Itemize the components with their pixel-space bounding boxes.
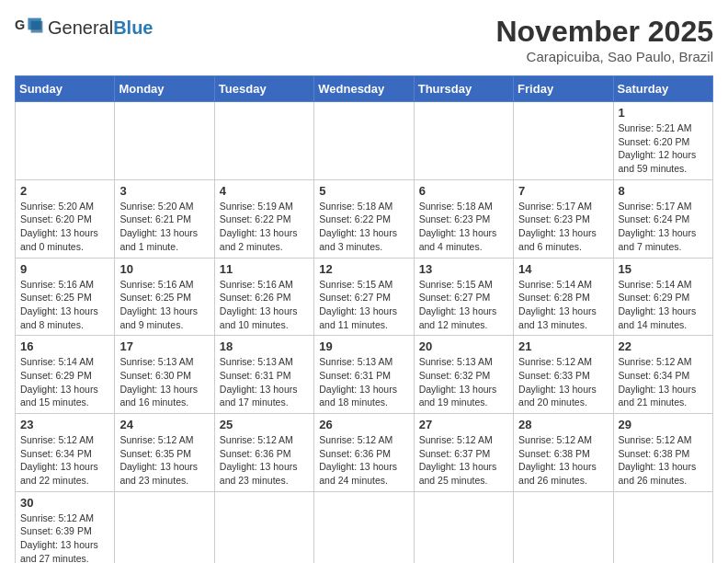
calendar-cell: 4Sunrise: 5:19 AM Sunset: 6:22 PM Daylig…	[214, 179, 313, 258]
day-info: Sunrise: 5:15 AM Sunset: 6:27 PM Dayligh…	[319, 278, 408, 332]
calendar-cell: 23Sunrise: 5:12 AM Sunset: 6:34 PM Dayli…	[16, 414, 115, 492]
calendar-cell: 11Sunrise: 5:16 AM Sunset: 6:26 PM Dayli…	[214, 258, 313, 336]
logo-text: GeneralBlue	[48, 17, 154, 39]
calendar-cell	[514, 102, 613, 180]
calendar-cell: 6Sunrise: 5:18 AM Sunset: 6:23 PM Daylig…	[414, 179, 513, 258]
calendar-cell: 16Sunrise: 5:14 AM Sunset: 6:29 PM Dayli…	[16, 336, 115, 414]
day-number: 19	[319, 339, 408, 353]
weekday-header-tuesday: Tuesday	[214, 76, 313, 102]
calendar-cell: 8Sunrise: 5:17 AM Sunset: 6:24 PM Daylig…	[613, 179, 712, 258]
day-number: 17	[119, 339, 209, 353]
calendar-cell	[414, 102, 513, 180]
day-number: 25	[220, 418, 309, 431]
day-info: Sunrise: 5:12 AM Sunset: 6:36 PM Dayligh…	[319, 433, 408, 488]
title-block: November 2025 Carapicuiba, Sao Paulo, Br…	[495, 15, 713, 64]
week-row-2: 9Sunrise: 5:16 AM Sunset: 6:25 PM Daylig…	[16, 258, 713, 336]
day-info: Sunrise: 5:12 AM Sunset: 6:34 PM Dayligh…	[619, 355, 708, 409]
calendar-cell	[514, 491, 613, 563]
weekday-header-friday: Friday	[514, 76, 613, 102]
page-header: G GeneralBlue November 2025 Carapicuiba,…	[15, 15, 713, 64]
day-number: 13	[419, 262, 508, 276]
calendar-cell: 20Sunrise: 5:13 AM Sunset: 6:32 PM Dayli…	[414, 336, 513, 414]
calendar-cell: 13Sunrise: 5:15 AM Sunset: 6:27 PM Dayli…	[414, 258, 513, 336]
day-info: Sunrise: 5:20 AM Sunset: 6:21 PM Dayligh…	[119, 200, 209, 254]
day-info: Sunrise: 5:18 AM Sunset: 6:23 PM Dayligh…	[419, 200, 508, 254]
day-number: 9	[20, 262, 109, 276]
day-info: Sunrise: 5:12 AM Sunset: 6:33 PM Dayligh…	[518, 355, 608, 409]
calendar-cell: 24Sunrise: 5:12 AM Sunset: 6:35 PM Dayli…	[115, 414, 214, 492]
day-info: Sunrise: 5:21 AM Sunset: 6:20 PM Dayligh…	[619, 121, 708, 176]
calendar-cell: 15Sunrise: 5:14 AM Sunset: 6:29 PM Dayli…	[613, 258, 712, 336]
day-number: 28	[518, 418, 608, 431]
week-row-0: 1Sunrise: 5:21 AM Sunset: 6:20 PM Daylig…	[16, 102, 713, 180]
calendar-cell: 14Sunrise: 5:14 AM Sunset: 6:28 PM Dayli…	[514, 258, 613, 336]
calendar-cell: 30Sunrise: 5:12 AM Sunset: 6:39 PM Dayli…	[16, 491, 115, 563]
calendar-cell: 18Sunrise: 5:13 AM Sunset: 6:31 PM Dayli…	[214, 336, 313, 414]
day-info: Sunrise: 5:14 AM Sunset: 6:29 PM Dayligh…	[619, 278, 708, 332]
day-info: Sunrise: 5:13 AM Sunset: 6:31 PM Dayligh…	[220, 355, 309, 409]
calendar-cell	[314, 102, 414, 180]
calendar-cell: 29Sunrise: 5:12 AM Sunset: 6:38 PM Dayli…	[613, 414, 712, 492]
calendar-table: SundayMondayTuesdayWednesdayThursdayFrid…	[15, 75, 713, 563]
day-number: 20	[419, 339, 508, 353]
day-info: Sunrise: 5:12 AM Sunset: 6:36 PM Dayligh…	[220, 433, 309, 488]
day-number: 24	[119, 418, 209, 431]
day-number: 3	[119, 184, 209, 198]
day-info: Sunrise: 5:12 AM Sunset: 6:38 PM Dayligh…	[518, 433, 608, 488]
day-info: Sunrise: 5:12 AM Sunset: 6:34 PM Dayligh…	[20, 433, 109, 488]
calendar-cell	[115, 491, 214, 563]
day-info: Sunrise: 5:12 AM Sunset: 6:38 PM Dayligh…	[619, 433, 708, 488]
calendar-cell	[115, 102, 214, 180]
day-info: Sunrise: 5:12 AM Sunset: 6:35 PM Dayligh…	[119, 433, 209, 488]
day-number: 21	[518, 339, 608, 353]
day-info: Sunrise: 5:16 AM Sunset: 6:26 PM Dayligh…	[220, 278, 309, 332]
day-info: Sunrise: 5:18 AM Sunset: 6:22 PM Dayligh…	[319, 200, 408, 254]
day-number: 8	[619, 184, 708, 198]
svg-text:G: G	[15, 17, 25, 32]
calendar-cell: 3Sunrise: 5:20 AM Sunset: 6:21 PM Daylig…	[115, 179, 214, 258]
day-number: 14	[518, 262, 608, 276]
day-number: 7	[518, 184, 608, 198]
weekday-header-wednesday: Wednesday	[314, 76, 414, 102]
day-info: Sunrise: 5:17 AM Sunset: 6:24 PM Dayligh…	[619, 200, 708, 254]
calendar-cell	[16, 102, 115, 180]
day-number: 22	[619, 339, 708, 353]
day-info: Sunrise: 5:19 AM Sunset: 6:22 PM Dayligh…	[220, 200, 309, 254]
week-row-1: 2Sunrise: 5:20 AM Sunset: 6:20 PM Daylig…	[16, 179, 713, 258]
day-number: 4	[220, 184, 309, 198]
day-info: Sunrise: 5:15 AM Sunset: 6:27 PM Dayligh…	[419, 278, 508, 332]
month-title: November 2025	[495, 15, 713, 49]
day-info: Sunrise: 5:13 AM Sunset: 6:31 PM Dayligh…	[319, 355, 408, 409]
day-number: 10	[119, 262, 209, 276]
day-number: 26	[319, 418, 408, 431]
day-number: 15	[619, 262, 708, 276]
week-row-5: 30Sunrise: 5:12 AM Sunset: 6:39 PM Dayli…	[16, 491, 713, 563]
day-number: 2	[20, 184, 109, 198]
calendar-cell: 26Sunrise: 5:12 AM Sunset: 6:36 PM Dayli…	[314, 414, 414, 492]
weekday-header-sunday: Sunday	[16, 76, 115, 102]
logo: G GeneralBlue	[15, 15, 154, 40]
calendar-cell: 17Sunrise: 5:13 AM Sunset: 6:30 PM Dayli…	[115, 336, 214, 414]
day-info: Sunrise: 5:17 AM Sunset: 6:23 PM Dayligh…	[518, 200, 608, 254]
day-number: 11	[220, 262, 309, 276]
day-number: 12	[319, 262, 408, 276]
weekday-header-saturday: Saturday	[613, 76, 712, 102]
day-info: Sunrise: 5:12 AM Sunset: 6:37 PM Dayligh…	[419, 433, 508, 488]
calendar-cell	[613, 491, 712, 563]
calendar-cell: 21Sunrise: 5:12 AM Sunset: 6:33 PM Dayli…	[514, 336, 613, 414]
day-number: 1	[619, 106, 708, 120]
calendar-cell: 12Sunrise: 5:15 AM Sunset: 6:27 PM Dayli…	[314, 258, 414, 336]
calendar-cell	[414, 491, 513, 563]
day-info: Sunrise: 5:16 AM Sunset: 6:25 PM Dayligh…	[119, 278, 209, 332]
day-number: 5	[319, 184, 408, 198]
day-info: Sunrise: 5:14 AM Sunset: 6:29 PM Dayligh…	[20, 355, 109, 409]
day-info: Sunrise: 5:13 AM Sunset: 6:32 PM Dayligh…	[419, 355, 508, 409]
day-info: Sunrise: 5:16 AM Sunset: 6:25 PM Dayligh…	[20, 278, 109, 332]
day-number: 27	[419, 418, 508, 431]
day-info: Sunrise: 5:20 AM Sunset: 6:20 PM Dayligh…	[20, 200, 109, 254]
day-number: 29	[619, 418, 708, 431]
calendar-cell: 22Sunrise: 5:12 AM Sunset: 6:34 PM Dayli…	[613, 336, 712, 414]
day-number: 23	[20, 418, 109, 431]
calendar-cell: 2Sunrise: 5:20 AM Sunset: 6:20 PM Daylig…	[16, 179, 115, 258]
calendar-cell: 25Sunrise: 5:12 AM Sunset: 6:36 PM Dayli…	[214, 414, 313, 492]
